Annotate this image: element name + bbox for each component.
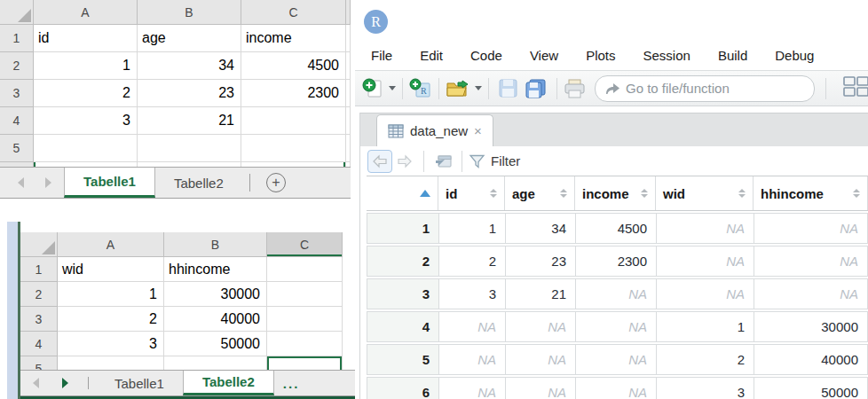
next-sheet-icon[interactable] — [45, 177, 51, 188]
column-header-wid[interactable]: wid — [656, 176, 754, 210]
column-header-age[interactable]: age — [505, 176, 575, 210]
window-edge-strip — [7, 222, 18, 399]
column-header-b[interactable]: B — [138, 0, 241, 25]
column-label: age — [512, 186, 560, 201]
open-file-button[interactable] — [446, 79, 482, 98]
row-header[interactable]: 4 — [0, 107, 34, 135]
goto-file-input[interactable] — [626, 81, 777, 96]
cell-b4[interactable]: 21 — [138, 107, 241, 135]
row-header[interactable]: 5 — [20, 356, 58, 370]
save-all-button[interactable] — [525, 79, 547, 98]
cell-b4[interactable]: 50000 — [164, 332, 267, 356]
row-number-header[interactable] — [367, 176, 438, 210]
goto-file-box[interactable] — [595, 75, 815, 102]
select-all-corner[interactable] — [20, 232, 58, 257]
menu-edit[interactable]: Edit — [420, 48, 443, 63]
column-header-hhincome[interactable]: hhincome — [754, 176, 868, 210]
sheet-tab-tabelle2[interactable]: Tabelle2 — [155, 168, 242, 198]
cell-a1[interactable]: wid — [58, 257, 164, 282]
cell-a2[interactable]: 1 — [34, 52, 138, 80]
cell-a1[interactable]: id — [34, 25, 138, 52]
menu-view[interactable]: View — [530, 48, 558, 63]
column-header-a[interactable]: A — [34, 0, 138, 25]
column-header-income[interactable]: income — [575, 176, 656, 210]
row-header[interactable]: 5 — [0, 135, 34, 162]
cell-c2[interactable]: 4500 — [241, 52, 346, 80]
cell-a5[interactable] — [34, 135, 138, 162]
cell-b3[interactable]: 23 — [138, 80, 241, 107]
row-header[interactable]: 3 — [20, 307, 58, 332]
filter-button[interactable]: Filter — [469, 150, 520, 173]
sheet-tab-tabelle2[interactable]: Tabelle2 — [183, 371, 274, 395]
cell-a3[interactable]: 2 — [34, 80, 138, 107]
cell-b2[interactable]: 34 — [138, 52, 241, 80]
prev-sheet-icon[interactable] — [33, 378, 39, 388]
forward-button[interactable] — [392, 150, 417, 173]
cell-c4[interactable] — [241, 107, 346, 135]
pane-layout-button[interactable] — [843, 76, 868, 101]
cell-c3[interactable]: 2300 — [241, 80, 346, 107]
add-sheet-button[interactable]: + — [266, 173, 286, 192]
cell-b3[interactable]: 40000 — [164, 307, 267, 332]
open-in-new-window-button[interactable] — [430, 150, 455, 173]
sort-arrows-icon[interactable] — [738, 189, 746, 198]
row-header[interactable]: 2 — [0, 52, 34, 80]
cell-a4[interactable]: 3 — [58, 332, 164, 356]
cell-a3[interactable]: 2 — [58, 307, 164, 332]
menu-build[interactable]: Build — [718, 48, 747, 63]
row-header[interactable]: 2 — [20, 282, 58, 307]
more-sheets-button[interactable]: ... — [274, 371, 309, 395]
cell-c5-selected[interactable] — [267, 356, 343, 370]
menu-file[interactable]: File — [371, 48, 392, 63]
sort-arrows-icon[interactable] — [490, 189, 497, 198]
menu-plots[interactable]: Plots — [586, 48, 615, 63]
cell-c3[interactable] — [267, 307, 343, 332]
cell-c1[interactable]: income — [241, 25, 346, 52]
menu-code[interactable]: Code — [470, 48, 502, 63]
sort-arrows-icon[interactable] — [853, 189, 860, 198]
tab-close-icon[interactable]: × — [474, 124, 482, 137]
toolbar-separator — [488, 78, 489, 99]
column-header-c[interactable]: C — [241, 0, 346, 25]
cell-b1[interactable]: age — [138, 25, 241, 52]
row-header[interactable]: 1 — [20, 257, 58, 282]
column-header-c-selected[interactable]: C — [267, 232, 343, 257]
new-file-dropdown-icon[interactable] — [389, 86, 396, 90]
print-button[interactable] — [564, 79, 586, 98]
new-project-button[interactable]: R — [409, 78, 432, 99]
row-header[interactable]: 1 — [0, 25, 34, 52]
cell-c1[interactable] — [267, 257, 343, 282]
menu-session[interactable]: Session — [643, 48, 690, 63]
filter-label: Filter — [491, 153, 520, 168]
cell-b5[interactable] — [164, 356, 267, 370]
select-all-corner[interactable] — [0, 0, 34, 25]
sheet-tab-tabelle1[interactable]: Tabelle1 — [64, 168, 155, 198]
cell-c4[interactable] — [267, 332, 343, 356]
next-sheet-icon[interactable] — [62, 378, 68, 388]
new-file-button[interactable] — [362, 78, 396, 99]
sheet-tab-tabelle1[interactable]: Tabelle1 — [96, 371, 183, 395]
back-button[interactable] — [367, 150, 392, 173]
cell-b5[interactable] — [138, 135, 241, 162]
sort-arrows-icon[interactable] — [641, 189, 648, 198]
cell-a2[interactable]: 1 — [58, 282, 164, 307]
column-header-b[interactable]: B — [164, 232, 267, 257]
cell-a5[interactable] — [58, 356, 164, 370]
cell-b2[interactable]: 30000 — [164, 282, 267, 307]
cell-c5[interactable] — [241, 135, 346, 162]
cell-c2[interactable] — [267, 282, 343, 307]
row-header[interactable]: 4 — [20, 332, 58, 356]
prev-sheet-icon[interactable] — [18, 177, 24, 188]
sort-arrows-icon[interactable] — [560, 189, 567, 198]
tab-data-new[interactable]: data_new × — [376, 114, 493, 146]
rstudio-window: R File Edit Code View Plots Session Buil… — [355, 0, 868, 399]
open-dropdown-icon[interactable] — [475, 86, 482, 90]
cell: NA — [754, 279, 867, 309]
row-header[interactable]: 3 — [0, 80, 34, 107]
column-header-a[interactable]: A — [58, 232, 164, 257]
cell-b1[interactable]: hhincome — [164, 257, 267, 282]
column-header-id[interactable]: id — [438, 176, 505, 210]
cell-a4[interactable]: 3 — [34, 107, 138, 135]
menu-debug[interactable]: Debug — [775, 48, 814, 63]
save-button[interactable] — [499, 79, 517, 98]
